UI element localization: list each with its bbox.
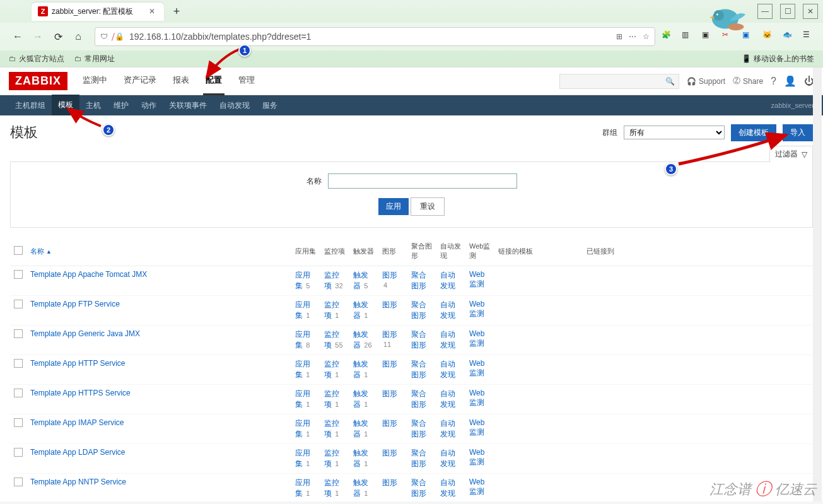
template-name-link[interactable]: Template App IMAP Service: [30, 418, 124, 427]
template-name-link[interactable]: Template App Generic Java JMX: [30, 329, 140, 338]
filter-reset-button[interactable]: 重设: [411, 197, 445, 216]
triggers-link[interactable]: 触发器 1: [353, 300, 368, 320]
items-link[interactable]: 监控项 32: [324, 271, 343, 290]
graphs-link[interactable]: 图形: [382, 389, 397, 398]
graphs-link[interactable]: 图形: [382, 360, 397, 368]
reload-button[interactable]: ⟳: [49, 28, 67, 45]
submenu-hosts[interactable]: 主机: [79, 95, 107, 116]
template-name-link[interactable]: Template App LDAP Service: [30, 448, 125, 457]
window-close-button[interactable]: ✕: [803, 4, 818, 19]
screens-link[interactable]: 聚合图形: [411, 300, 426, 320]
zabbix-logo[interactable]: ZABBIX: [9, 72, 67, 90]
triggers-link[interactable]: 触发器 1: [353, 448, 368, 468]
web-link[interactable]: Web监测: [469, 418, 484, 437]
forward-button[interactable]: →: [29, 28, 47, 45]
web-link[interactable]: Web监测: [469, 389, 484, 407]
vertical-scrollbar[interactable]: [813, 67, 822, 501]
submenu-correlation[interactable]: 关联项事件: [163, 95, 213, 116]
discovery-link[interactable]: 自动发现: [440, 448, 455, 468]
triggers-link[interactable]: 触发器 26: [353, 330, 372, 349]
breadcrumb-server[interactable]: zabbix_server: [771, 102, 814, 109]
graphs-link[interactable]: 图形: [382, 300, 397, 309]
screenshot-icon[interactable]: ✂: [722, 30, 735, 43]
global-search[interactable]: 🔍: [559, 74, 679, 89]
group-select[interactable]: 所有: [624, 126, 725, 139]
triggers-link[interactable]: 触发器 5: [353, 271, 368, 290]
search-icon[interactable]: 🔍: [665, 77, 675, 86]
topmenu-reports[interactable]: 报表: [170, 67, 192, 95]
extension-puzzle-icon[interactable]: 🧩: [662, 30, 674, 43]
discovery-link[interactable]: 自动发现: [440, 300, 455, 320]
browser-tab[interactable]: Z zabbix_server: 配置模板 ✕: [32, 3, 164, 21]
discovery-link[interactable]: 自动发现: [440, 419, 455, 438]
items-link[interactable]: 监控项 1: [324, 389, 339, 409]
insecure-lock-icon[interactable]: ⧸🔒: [112, 32, 124, 41]
row-checkbox[interactable]: [14, 359, 23, 368]
screens-link[interactable]: 聚合图形: [411, 360, 426, 379]
screens-link[interactable]: 聚合图形: [411, 448, 426, 468]
graphs-link[interactable]: 图形: [382, 478, 397, 487]
discovery-link[interactable]: 自动发现: [440, 478, 455, 498]
shield-icon[interactable]: 🛡: [100, 32, 108, 41]
web-link[interactable]: Web监测: [469, 270, 484, 288]
submenu-services[interactable]: 服务: [256, 95, 284, 116]
web-link[interactable]: Web监测: [469, 448, 484, 466]
screens-link[interactable]: 聚合图形: [411, 419, 426, 438]
window-minimize-button[interactable]: —: [757, 4, 773, 19]
search-input[interactable]: [564, 77, 665, 86]
sidebar-icon[interactable]: ▣: [702, 30, 715, 43]
reader-mode-icon[interactable]: ⊞: [616, 32, 622, 41]
template-name-link[interactable]: Template App FTP Service: [30, 300, 120, 308]
bookmark-star-icon[interactable]: ☆: [643, 32, 650, 41]
applications-link[interactable]: 应用集 1: [295, 448, 310, 468]
user-profile-icon[interactable]: 👤: [784, 75, 797, 87]
template-name-link[interactable]: Template App HTTP Service: [30, 359, 125, 368]
triggers-link[interactable]: 触发器 1: [353, 478, 368, 498]
help-icon[interactable]: ?: [771, 76, 776, 87]
filter-name-input[interactable]: [328, 173, 517, 189]
bookmark-firefox-official[interactable]: 🗀火狐官方站点: [9, 54, 64, 64]
items-link[interactable]: 监控项 1: [324, 300, 339, 320]
triggers-link[interactable]: 触发器 1: [353, 419, 368, 438]
graphs-link[interactable]: 图形: [382, 419, 397, 428]
web-link[interactable]: Web监测: [469, 359, 484, 377]
screens-link[interactable]: 聚合图形: [411, 478, 426, 498]
library-icon[interactable]: ▥: [682, 30, 694, 43]
applications-link[interactable]: 应用集 1: [295, 360, 310, 379]
applications-link[interactable]: 应用集 5: [295, 271, 310, 290]
row-checkbox[interactable]: [14, 478, 23, 486]
page-actions-icon[interactable]: ⋯: [629, 32, 636, 41]
home-button[interactable]: ⌂: [69, 28, 87, 45]
triggers-link[interactable]: 触发器 1: [353, 360, 368, 379]
import-button[interactable]: 导入: [783, 124, 813, 141]
topmenu-administration[interactable]: 管理: [236, 67, 257, 95]
row-checkbox[interactable]: [14, 389, 23, 397]
app-menu-icon[interactable]: ☰: [803, 30, 815, 43]
submenu-discovery[interactable]: 自动发现: [213, 95, 256, 116]
new-tab-button[interactable]: +: [168, 3, 185, 20]
topmenu-monitoring[interactable]: 监测中: [80, 67, 110, 95]
graphs-link[interactable]: 图形 4: [382, 271, 397, 290]
items-link[interactable]: 监控项 1: [324, 478, 339, 498]
extension-fish-icon[interactable]: 🐟: [783, 30, 795, 43]
template-name-link[interactable]: Template App HTTPS Service: [30, 389, 131, 397]
row-checkbox[interactable]: [14, 300, 23, 308]
items-link[interactable]: 监控项 55: [324, 330, 343, 349]
row-checkbox[interactable]: [14, 448, 23, 457]
mobile-bookmarks[interactable]: 📱移动设备上的书签: [742, 54, 814, 64]
web-link[interactable]: Web监测: [469, 329, 484, 348]
items-link[interactable]: 监控项 1: [324, 419, 339, 438]
discovery-link[interactable]: 自动发现: [440, 389, 455, 409]
triggers-link[interactable]: 触发器 1: [353, 389, 368, 409]
screens-link[interactable]: 聚合图形: [411, 389, 426, 409]
template-name-link[interactable]: Template App NNTP Service: [30, 478, 126, 486]
share-link[interactable]: ⓏShare: [733, 76, 763, 86]
url-bar[interactable]: 🛡 ⧸🔒 192.168.1.10/zabbix/templates.php?d…: [95, 27, 655, 46]
topmenu-configuration[interactable]: 配置: [203, 67, 225, 95]
topmenu-inventory[interactable]: 资产记录: [121, 67, 159, 95]
bookmark-common-urls[interactable]: 🗀常用网址: [74, 54, 115, 64]
applications-link[interactable]: 应用集 1: [295, 300, 310, 320]
row-checkbox[interactable]: [14, 418, 23, 427]
extension-cat-icon[interactable]: 🐱: [762, 30, 775, 43]
web-link[interactable]: Web监测: [469, 300, 484, 318]
